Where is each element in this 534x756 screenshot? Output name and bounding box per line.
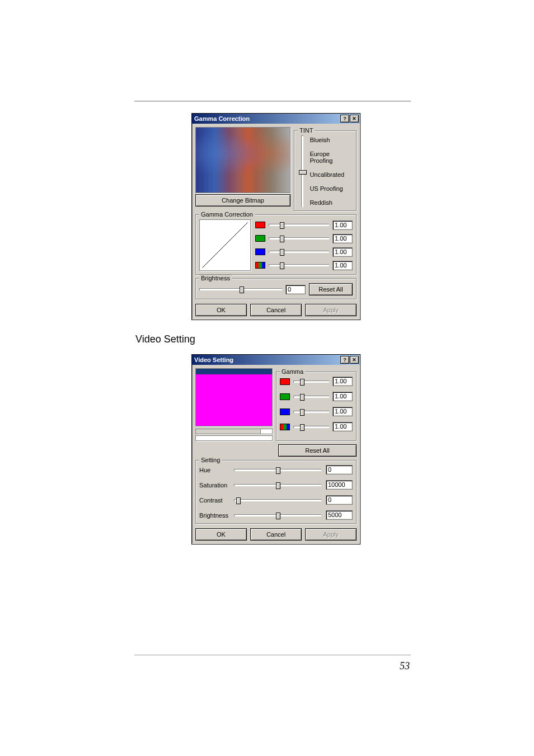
setting-group: Setting Hue 0 Saturation 10000 Contrast bbox=[195, 460, 357, 524]
red-gamma-value[interactable]: 1.00 bbox=[332, 377, 353, 386]
gamma-group: Gamma 1.00 1.00 bbox=[276, 372, 357, 441]
blue-swatch bbox=[280, 408, 290, 415]
dialog-title: Video Setting bbox=[194, 356, 233, 363]
gamma-graph bbox=[199, 219, 251, 271]
green-swatch bbox=[280, 393, 290, 400]
page-divider-top bbox=[134, 101, 411, 102]
apply-button[interactable]: Apply bbox=[305, 528, 357, 541]
video-setting-dialog: Video Setting ? ✕ Gamma bbox=[191, 354, 360, 544]
dialog-title: Gamma Correction bbox=[194, 115, 250, 122]
tint-option: Europe Proofing bbox=[310, 151, 353, 164]
green-gamma-value[interactable]: 1.00 bbox=[332, 392, 353, 401]
contrast-value[interactable]: 0 bbox=[326, 495, 353, 505]
all-gamma-value[interactable]: 1.00 bbox=[332, 261, 353, 270]
contrast-label: Contrast bbox=[199, 497, 229, 504]
saturation-value[interactable]: 10000 bbox=[326, 480, 353, 490]
change-bitmap-button[interactable]: Change Bitmap bbox=[195, 194, 291, 206]
green-gamma-slider[interactable] bbox=[293, 392, 329, 401]
red-swatch bbox=[280, 378, 290, 385]
saturation-slider[interactable] bbox=[234, 481, 321, 490]
blue-swatch bbox=[255, 248, 265, 255]
red-gamma-slider[interactable] bbox=[293, 377, 329, 386]
ok-button[interactable]: OK bbox=[195, 304, 247, 316]
tint-option: Uncalibrated bbox=[310, 171, 353, 178]
page-divider-bottom bbox=[134, 655, 411, 655]
gamma-label: Gamma bbox=[280, 368, 305, 375]
setting-label: Setting bbox=[199, 457, 222, 463]
red-gamma-value[interactable]: 1.00 bbox=[332, 220, 353, 230]
rgb-swatch bbox=[255, 262, 265, 269]
red-gamma-slider[interactable] bbox=[269, 220, 329, 229]
page-number: 53 bbox=[400, 660, 410, 672]
bitmap-preview bbox=[195, 127, 291, 193]
all-gamma-slider[interactable] bbox=[269, 261, 329, 270]
brightness-value[interactable]: 5000 bbox=[326, 510, 353, 520]
titlebar[interactable]: Gamma Correction ? ✕ bbox=[192, 114, 360, 124]
tint-group: TINT Blueish Europe Proofing Uncalibrate… bbox=[294, 130, 357, 211]
brightness-label: Brightness bbox=[199, 275, 232, 281]
brightness-slider[interactable] bbox=[199, 285, 282, 294]
tint-option: Reddish bbox=[310, 199, 353, 206]
hue-value[interactable]: 0 bbox=[326, 465, 353, 475]
blue-gamma-value[interactable]: 1.00 bbox=[332, 407, 353, 416]
reset-all-button[interactable]: Reset All bbox=[309, 283, 353, 295]
tint-slider[interactable] bbox=[298, 135, 306, 207]
all-gamma-value[interactable]: 1.00 bbox=[332, 422, 353, 431]
close-button[interactable]: ✕ bbox=[350, 356, 359, 364]
tint-option: US Proofing bbox=[310, 185, 353, 192]
green-gamma-slider[interactable] bbox=[269, 234, 329, 243]
blue-gamma-slider[interactable] bbox=[293, 407, 329, 416]
close-button[interactable]: ✕ bbox=[350, 115, 359, 123]
progress-bar[interactable] bbox=[195, 429, 273, 434]
progress-bar[interactable] bbox=[195, 435, 273, 441]
video-preview bbox=[195, 368, 273, 426]
gamma-group-label: Gamma Correction bbox=[199, 211, 255, 218]
apply-button[interactable]: Apply bbox=[305, 304, 357, 316]
green-swatch bbox=[255, 235, 265, 242]
video-setting-heading: Video Setting bbox=[135, 334, 534, 345]
svg-line-0 bbox=[203, 223, 248, 268]
cancel-button[interactable]: Cancel bbox=[250, 528, 302, 541]
brightness-group: Brightness 0 Reset All bbox=[195, 278, 357, 299]
help-button[interactable]: ? bbox=[340, 115, 349, 123]
all-gamma-slider[interactable] bbox=[293, 422, 329, 431]
rgb-swatch bbox=[280, 424, 290, 430]
brightness-label: Brightness bbox=[199, 512, 229, 519]
tint-label: TINT bbox=[298, 127, 315, 134]
reset-all-button[interactable]: Reset All bbox=[278, 444, 357, 457]
brightness-slider[interactable] bbox=[234, 511, 321, 520]
tint-option: Blueish bbox=[310, 137, 353, 143]
hue-slider[interactable] bbox=[234, 466, 321, 475]
help-button[interactable]: ? bbox=[340, 356, 349, 364]
blue-gamma-slider[interactable] bbox=[269, 247, 329, 256]
red-swatch bbox=[255, 222, 265, 228]
titlebar[interactable]: Video Setting ? ✕ bbox=[192, 355, 360, 365]
brightness-value[interactable]: 0 bbox=[285, 285, 306, 294]
blue-gamma-value[interactable]: 1.00 bbox=[332, 247, 353, 257]
gamma-correction-dialog: Gamma Correction ? ✕ Change Bitmap TINT bbox=[191, 113, 360, 320]
saturation-label: Saturation bbox=[199, 482, 229, 489]
contrast-slider[interactable] bbox=[234, 496, 321, 505]
hue-label: Hue bbox=[199, 467, 229, 473]
cancel-button[interactable]: Cancel bbox=[250, 304, 302, 316]
gamma-correction-group: Gamma Correction 1.00 bbox=[195, 214, 357, 275]
ok-button[interactable]: OK bbox=[195, 528, 247, 541]
green-gamma-value[interactable]: 1.00 bbox=[332, 234, 353, 243]
